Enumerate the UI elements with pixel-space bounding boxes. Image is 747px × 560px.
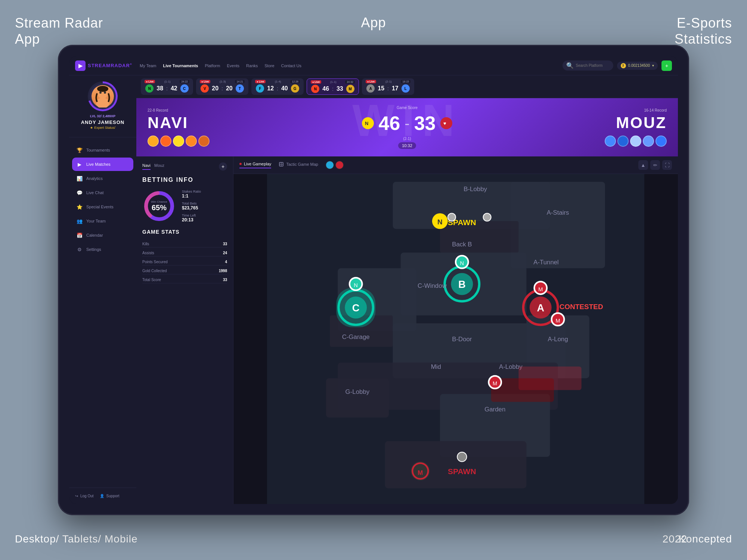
map-panel: Live Gameplay Tactic Game Map [233, 156, 678, 504]
score-left: 20 [212, 85, 218, 92]
logo-stream: STREAM [88, 63, 111, 69]
live-badge: ● Live [311, 80, 321, 84]
svg-text:Mid: Mid [431, 363, 441, 370]
score-card-5[interactable]: ● Live (2-1) 18:15 A 15 : 17 L [362, 78, 414, 95]
score-right: 33 [337, 85, 343, 92]
map-edit-button[interactable]: ✏ [650, 160, 660, 170]
sidebar-item-live-matches[interactable]: ▶ Live Matches [72, 158, 133, 171]
sidebar-item-calendar[interactable]: 📅 Calendar [72, 228, 133, 242]
score-separator: : [277, 85, 278, 91]
brand-bottom-left: Desktop/ Tablets/ Mobile [15, 533, 138, 545]
meta-timer: 10:32 [398, 142, 416, 149]
svg-text:M: M [538, 286, 543, 292]
score-separator: : [387, 85, 389, 91]
search-input[interactable] [576, 63, 610, 68]
score-teams: A 15 : 17 L [366, 84, 410, 93]
tab-tactic-game-map[interactable]: Tactic Game Map [279, 162, 318, 168]
score-card-1[interactable]: ● Live (1-1) 24:22 N 38 : 42 C [141, 78, 193, 95]
stat-assists-label: Assists [142, 251, 154, 255]
score-left: 15 [378, 85, 384, 92]
team-logo-left: A [366, 84, 375, 93]
score-card-header: ● Live (2-1) 18:15 [366, 80, 410, 83]
logo-icon: ▶ [75, 60, 86, 71]
tab-mouz[interactable]: Mouz [154, 163, 164, 170]
add-tab-button[interactable]: + [219, 162, 227, 171]
betting-panel: Navi Mouz + BETTING INFO [136, 156, 233, 504]
svg-text:N: N [460, 260, 464, 266]
match-record: (1-3) [220, 80, 226, 83]
sidebar-item-special-events[interactable]: ⭐ Special Events [72, 200, 133, 214]
main-content: LVL 32/ 2,489XP ANDY JAMESON ★ Expert St… [69, 75, 678, 504]
score-card-header: ● Live (1-1) 24:32 [311, 80, 355, 84]
game-stats-title: GAME STATS [142, 229, 227, 235]
score-card-4[interactable]: ● Live (1-1) 24:32 N 46 : 33 M [307, 78, 359, 95]
esports-line1: E-Sports [677, 15, 732, 31]
match-record: (1-1) [164, 80, 171, 83]
logo-text: STREAMRADAR+ [88, 62, 132, 68]
esports-line2: Statistics [675, 31, 732, 47]
nav-ranks[interactable]: Ranks [246, 63, 258, 68]
team2-logo: ♥ [440, 117, 452, 129]
user-profile: LVL 32/ 2,489XP ANDY JAMESON ★ Expert St… [69, 81, 136, 137]
live-dot [239, 163, 242, 165]
player-avatar-6 [605, 136, 616, 147]
match-meta: (2-1) 10:32 [398, 137, 416, 149]
win-chance-area: Win Chance 65% Stakes Ratio 1:1 [142, 189, 227, 223]
logo-plus: + [130, 62, 132, 66]
nav-my-team[interactable]: My Team [140, 63, 156, 68]
score-left: 12 [267, 85, 274, 92]
svg-text:A-Tunnel: A-Tunnel [533, 259, 559, 266]
team-logo-right: M [346, 85, 354, 93]
team2-big-score: 33 [414, 112, 436, 134]
svg-text:N: N [354, 282, 358, 288]
team2-name: MOUZ [605, 114, 667, 132]
map-fullscreen-button[interactable]: ⛶ [662, 160, 672, 170]
nav-events[interactable]: Events [227, 63, 239, 68]
match-time: 14:21 [235, 80, 245, 83]
navbar: ▶ STREAMRADAR+ My Team Live Tournaments … [69, 56, 678, 75]
search-box[interactable]: 🔍 [562, 60, 613, 71]
content-area: ● Live (1-1) 24:22 N 38 : 42 C [136, 75, 678, 504]
win-chance-chart: Win Chance 65% [142, 189, 176, 223]
tab-live-gameplay[interactable]: Live Gameplay [239, 162, 271, 168]
score-teams: F 12 : 40 G [255, 84, 300, 93]
user-status: ★ Expert Status/ [90, 126, 115, 130]
svg-text:B-Door: B-Door [452, 336, 472, 343]
nav-platform[interactable]: Platform [205, 63, 220, 68]
sidebar-item-label: Live Chat [86, 190, 103, 195]
center-score: Game Score N 46 - 33 ♥ [362, 106, 452, 149]
sidebar-item-label: Your Team [86, 219, 106, 223]
sidebar-item-live-chat[interactable]: 💬 Live Chat [72, 186, 133, 199]
svg-text:M: M [555, 318, 560, 324]
player-avatar-3 [173, 136, 184, 147]
logout-button[interactable]: ↪ Log Out [75, 494, 94, 498]
nav-store[interactable]: Store [264, 63, 274, 68]
sidebar-item-analytics[interactable]: 📊 Analytics [72, 172, 133, 185]
sidebar-item-tournaments[interactable]: 🏆 Tournaments [72, 143, 133, 157]
crypto-button[interactable]: ₿ 0.002134500 ▾ [617, 62, 658, 70]
brand-top-center: App [361, 15, 386, 31]
map-collapse-button[interactable]: ▲ [638, 160, 648, 170]
svg-point-2 [99, 91, 102, 94]
support-button[interactable]: 👤 Support [100, 494, 120, 498]
stakes-value: 1:1 [182, 193, 201, 199]
sidebar-item-settings[interactable]: ⚙ Settings [72, 243, 133, 256]
svg-text:B-Lobby: B-Lobby [464, 186, 487, 193]
sidebar-item-label: Live Matches [86, 162, 111, 167]
tab-navi[interactable]: Navi [142, 163, 151, 170]
sidebar-item-your-team[interactable]: 👥 Your Team [72, 214, 133, 228]
team2-avatars [605, 136, 667, 147]
bottom-panels: Navi Mouz + BETTING INFO [136, 156, 678, 504]
nav-live-tournaments[interactable]: Live Tournaments [163, 63, 198, 68]
score-separator: : [221, 85, 223, 91]
support-label: Support [106, 494, 120, 498]
svg-point-1 [96, 98, 109, 108]
player-avatar-1 [148, 136, 159, 147]
score-card-3[interactable]: ● Live (1-4) 12:28 F 12 : 40 G [251, 78, 304, 95]
score-card-2[interactable]: ● Live (1-3) 14:21 V 20 : 20 T [196, 78, 248, 95]
team-logo-right: L [402, 84, 410, 93]
add-button[interactable]: + [661, 60, 672, 71]
player-avatar-9 [643, 136, 654, 147]
nav-contact[interactable]: Contact Us [281, 63, 301, 68]
team1-big-score: 46 [378, 112, 400, 134]
